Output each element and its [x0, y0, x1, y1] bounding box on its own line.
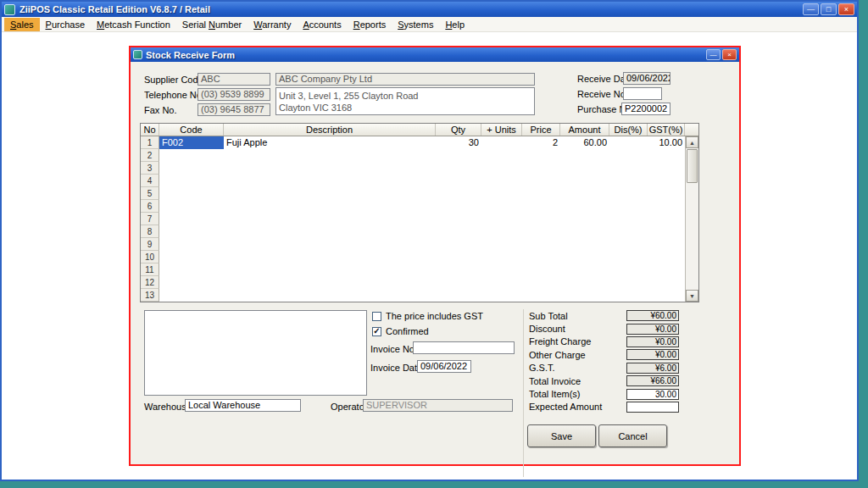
column-header-price[interactable]: Price [522, 124, 560, 136]
menu-item[interactable]: Systems [392, 18, 439, 31]
table-row[interactable]: 8 [141, 225, 698, 238]
cell-code[interactable] [159, 251, 224, 263]
column-header-qty[interactable]: Qty [436, 124, 481, 136]
cell-gst[interactable] [648, 200, 685, 213]
notes-textarea[interactable] [144, 310, 367, 396]
cell-amount[interactable] [560, 200, 609, 213]
cell-description[interactable] [224, 289, 436, 302]
total-value[interactable]: ¥0.00 [626, 324, 679, 335]
cell-code[interactable]: F002 [159, 136, 224, 149]
cell-description[interactable] [224, 149, 436, 162]
column-header-gst[interactable]: GST(%) [648, 124, 685, 136]
cell-price[interactable] [522, 263, 560, 276]
cell-qty[interactable] [436, 289, 481, 302]
cell-units[interactable] [481, 263, 522, 276]
cell-units[interactable] [481, 276, 522, 289]
cell-units[interactable] [481, 175, 522, 187]
cell-description[interactable] [224, 238, 436, 251]
cell-price[interactable] [522, 238, 560, 251]
cell-amount[interactable] [560, 263, 609, 276]
cell-qty[interactable] [436, 238, 481, 251]
cell-qty[interactable] [436, 276, 481, 289]
cell-description[interactable] [224, 175, 436, 187]
table-row[interactable]: 13 [141, 289, 698, 302]
cell-description[interactable] [224, 200, 436, 213]
cell-discount[interactable] [609, 187, 648, 200]
cell-qty[interactable] [436, 225, 481, 238]
cell-units[interactable] [481, 251, 522, 263]
menu-item[interactable]: Warranty [248, 18, 297, 31]
cell-qty[interactable] [436, 175, 481, 187]
cell-description[interactable] [224, 276, 436, 289]
total-value[interactable]: ¥0.00 [626, 336, 679, 347]
scrollbar-track[interactable] [686, 184, 698, 290]
cell-discount[interactable] [609, 238, 648, 251]
scroll-down-icon[interactable]: ▼ [686, 290, 698, 302]
cell-units[interactable] [481, 162, 522, 175]
cancel-button[interactable]: Cancel [598, 424, 667, 447]
confirmed-checkbox[interactable]: ✓ [372, 327, 381, 336]
cell-qty[interactable] [436, 213, 481, 225]
cell-description[interactable] [224, 263, 436, 276]
cell-gst[interactable]: 10.00 [648, 136, 685, 149]
cell-price[interactable] [522, 213, 560, 225]
cell-price[interactable] [522, 187, 560, 200]
operator-input[interactable]: SUPERVISOR [363, 399, 513, 412]
cell-price[interactable] [522, 149, 560, 162]
cell-price[interactable] [522, 276, 560, 289]
total-value[interactable] [626, 402, 679, 413]
total-value[interactable]: ¥6.00 [626, 363, 679, 374]
cell-code[interactable] [159, 289, 224, 302]
menu-item[interactable]: Accounts [297, 18, 347, 31]
table-row[interactable]: 10 [141, 251, 698, 263]
cell-code[interactable] [159, 213, 224, 225]
column-header-units[interactable]: + Units [481, 124, 522, 136]
menu-item[interactable]: Metcash Function [91, 18, 176, 31]
table-row[interactable]: 7 [141, 213, 698, 225]
cell-units[interactable] [481, 200, 522, 213]
cell-amount[interactable] [560, 213, 609, 225]
cell-discount[interactable] [609, 263, 648, 276]
cell-gst[interactable] [648, 213, 685, 225]
menu-item[interactable]: Serial Number [176, 18, 248, 31]
cell-code[interactable] [159, 187, 224, 200]
cell-gst[interactable] [648, 187, 685, 200]
total-value[interactable]: 30.00 [626, 389, 679, 400]
receive-no-input[interactable] [623, 87, 662, 100]
cell-gst[interactable] [648, 263, 685, 276]
cell-amount[interactable] [560, 225, 609, 238]
table-row[interactable]: 11 [141, 263, 698, 276]
minimize-button[interactable]: — [803, 3, 819, 15]
menu-item[interactable]: Reports [348, 18, 392, 31]
cell-units[interactable] [481, 289, 522, 302]
company-name-input[interactable]: ABC Company Pty Ltd [275, 73, 535, 86]
menu-item[interactable]: Purchase [40, 18, 91, 31]
cell-gst[interactable] [648, 149, 685, 162]
cell-description[interactable] [224, 213, 436, 225]
cell-price[interactable]: 2 [522, 136, 560, 149]
cell-units[interactable] [481, 149, 522, 162]
invoice-date-input[interactable]: 09/06/2022 [417, 360, 471, 373]
scroll-up-icon[interactable]: ▲ [686, 136, 698, 148]
cell-amount[interactable] [560, 187, 609, 200]
cell-amount[interactable] [560, 238, 609, 251]
cell-qty[interactable] [436, 263, 481, 276]
cell-description[interactable]: Fuji Apple [224, 136, 436, 149]
cell-gst[interactable] [648, 162, 685, 175]
table-row[interactable]: 1 F002 Fuji Apple 30 2 60.00 10.00 [141, 136, 698, 149]
invoice-no-input[interactable] [413, 341, 515, 354]
table-row[interactable]: 3 [141, 162, 698, 175]
telephone-input[interactable]: (03) 9539 8899 [198, 88, 270, 101]
cell-qty[interactable]: 30 [436, 136, 481, 149]
table-row[interactable]: 12 [141, 276, 698, 289]
cell-amount[interactable] [560, 251, 609, 263]
cell-discount[interactable] [609, 175, 648, 187]
cell-amount[interactable] [560, 276, 609, 289]
table-row[interactable]: 6 [141, 200, 698, 213]
table-row[interactable]: 9 [141, 238, 698, 251]
cell-amount[interactable] [560, 162, 609, 175]
table-row[interactable]: 2 [141, 149, 698, 162]
cell-description[interactable] [224, 251, 436, 263]
table-row[interactable]: 5 [141, 187, 698, 200]
cell-discount[interactable] [609, 289, 648, 302]
